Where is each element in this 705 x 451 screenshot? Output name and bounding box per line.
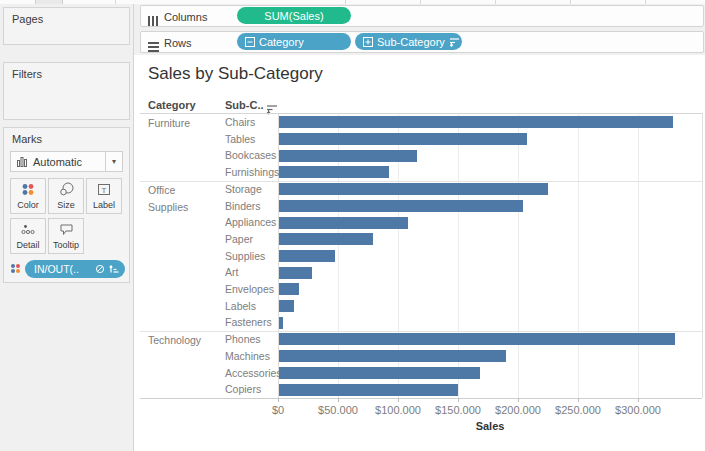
bar-chairs[interactable] (279, 116, 673, 128)
bar-fasteners[interactable] (279, 317, 283, 329)
axis-tick (638, 398, 639, 402)
row-label-chairs[interactable]: Chairs (225, 114, 255, 131)
row-label-supplies[interactable]: Supplies (225, 248, 265, 265)
mark-button-color[interactable]: Color (10, 178, 46, 214)
rows-pill-sub-category[interactable]: Sub-Category (355, 33, 462, 50)
pages-label: Pages (4, 8, 129, 25)
color-dots-icon (21, 183, 35, 198)
x-tick-label: $300.000 (603, 404, 673, 416)
row-label-binders[interactable]: Binders (225, 198, 261, 215)
gridline (638, 114, 639, 398)
label-t-icon: T (97, 183, 111, 198)
toolbar-separator (570, 0, 571, 4)
axis-tick (338, 398, 339, 402)
toolbar-separator (495, 0, 496, 4)
mark-button-tooltip[interactable]: Tooltip (48, 218, 84, 254)
mark-button-label: Label (93, 200, 115, 210)
toolbar-separator (645, 0, 646, 4)
mark-type-dropdown[interactable]: Automatic ▾ (10, 151, 123, 172)
axis-tick (398, 398, 399, 402)
gridline (518, 114, 519, 398)
mark-button-label[interactable]: TLabel (86, 178, 122, 214)
row-label-furnishings[interactable]: Furnishings (225, 164, 279, 181)
row-label-labels[interactable]: Labels (225, 298, 256, 315)
x-axis-line (140, 398, 702, 399)
row-label-tables[interactable]: Tables (225, 131, 255, 148)
row-label-art[interactable]: Art (225, 264, 238, 281)
axis-tick (278, 398, 279, 402)
bar-supplies[interactable] (279, 250, 335, 262)
bar-machines[interactable] (279, 350, 506, 362)
x-axis-title[interactable]: Sales (278, 420, 702, 432)
chart-title[interactable]: Sales by Sub-Category (148, 64, 323, 84)
mark-button-label: Detail (16, 240, 39, 250)
color-dots-icon (10, 260, 21, 278)
bar-chart-icon (17, 156, 28, 167)
row-label-copiers[interactable]: Copiers (225, 381, 261, 398)
plus-box-icon[interactable] (363, 37, 373, 47)
bar-labels[interactable] (279, 300, 294, 312)
category-label-technology[interactable]: Technology (148, 332, 214, 349)
marks-field-pill[interactable]: IN/OUT(.. (25, 260, 125, 278)
toolbar-separator (345, 0, 346, 4)
bar-furnishings[interactable] (279, 166, 389, 178)
row-label-accessories[interactable]: Accessories (225, 365, 282, 382)
size-circles-icon (59, 182, 74, 198)
row-label-bookcases[interactable]: Bookcases (225, 147, 276, 164)
rows-pill-sub-category-label: Sub-Category (377, 36, 445, 48)
columns-pill-sum-sales[interactable]: SUM(Sales) (237, 7, 351, 24)
marks-pill-label: IN/OUT(.. (34, 263, 79, 275)
bar-art[interactable] (279, 267, 312, 279)
category-label-office-supplies[interactable]: Office Supplies (148, 182, 214, 215)
row-label-fasteners[interactable]: Fasteners (225, 314, 272, 331)
header-category[interactable]: Category (148, 99, 196, 111)
mark-button-size[interactable]: Size (48, 178, 84, 214)
mark-button-detail[interactable]: Detail (10, 218, 46, 254)
row-label-paper[interactable]: Paper (225, 231, 253, 248)
sort-desc-icon[interactable] (449, 37, 460, 47)
bar-tables[interactable] (279, 133, 527, 145)
bar-binders[interactable] (279, 200, 523, 212)
bar-storage[interactable] (279, 183, 548, 195)
sort-asc-icon[interactable] (109, 264, 119, 274)
toolbar-separator (420, 0, 421, 4)
axis-tick (518, 398, 519, 402)
minus-box-icon[interactable] (245, 37, 255, 47)
columns-shelf[interactable]: Columns (140, 5, 704, 27)
svg-text:T: T (102, 186, 107, 195)
rows-icon (148, 38, 159, 56)
bar-envelopes[interactable] (279, 283, 299, 295)
columns-shelf-label: Columns (164, 11, 207, 23)
bar-bookcases[interactable] (279, 150, 417, 162)
plot-right-border (702, 113, 703, 398)
row-label-phones[interactable]: Phones (225, 331, 261, 348)
tableau-worksheet: Pages Filters Marks Automatic ▾ IN/OUT(.… (0, 0, 705, 451)
circle-slash-icon[interactable] (95, 264, 105, 274)
row-label-machines[interactable]: Machines (225, 348, 270, 365)
tooltip-bubble-icon (59, 223, 74, 238)
bar-appliances[interactable] (279, 217, 408, 229)
bar-copiers[interactable] (279, 384, 458, 396)
filters-shelf[interactable]: Filters (3, 62, 130, 120)
header-sub-category[interactable]: Sub-C.. (225, 99, 264, 111)
bar-accessories[interactable] (279, 367, 480, 379)
mark-button-label: Color (17, 200, 39, 210)
category-label-furniture[interactable]: Furniture (148, 115, 214, 132)
mark-button-label: Size (57, 200, 75, 210)
pages-shelf[interactable]: Pages (3, 7, 130, 45)
columns-icon (148, 12, 159, 30)
rows-pill-category[interactable]: Category (237, 33, 351, 50)
marks-label: Marks (4, 128, 129, 145)
row-label-appliances[interactable]: Appliances (225, 214, 276, 231)
bar-phones[interactable] (279, 333, 675, 345)
columns-pill-label: SUM(Sales) (264, 10, 323, 22)
bar-paper[interactable] (279, 233, 373, 245)
rows-shelf-label: Rows (164, 37, 192, 49)
axis-tick (578, 398, 579, 402)
row-label-envelopes[interactable]: Envelopes (225, 281, 274, 298)
marks-pill-row: IN/OUT(.. (10, 259, 125, 278)
dropdown-caret-icon[interactable]: ▾ (105, 152, 122, 171)
mark-type-value: Automatic (33, 156, 82, 168)
row-label-storage[interactable]: Storage (225, 181, 262, 198)
header-sort-icon[interactable] (266, 101, 278, 119)
